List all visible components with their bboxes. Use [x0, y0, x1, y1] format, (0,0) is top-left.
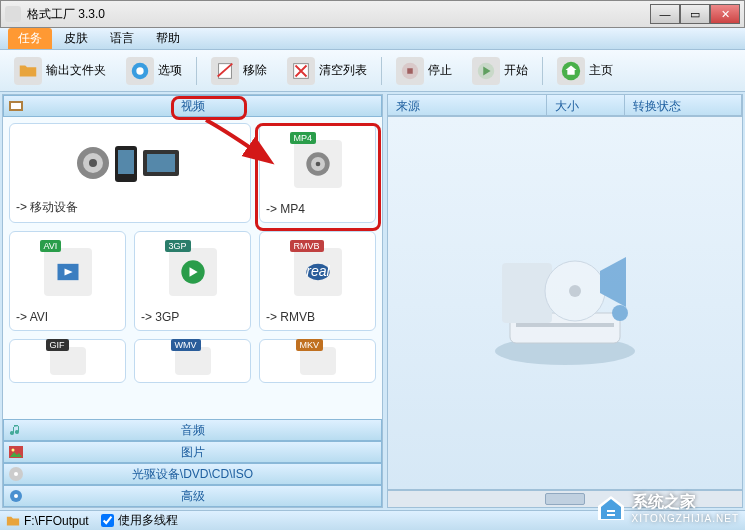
section-video-label: 视频: [181, 98, 205, 115]
toolbar-separator: [381, 57, 382, 85]
scrollbar-thumb[interactable]: [545, 493, 585, 505]
task-list[interactable]: [387, 116, 743, 490]
window-title: 格式工厂 3.3.0: [27, 6, 650, 23]
format-gif[interactable]: GIF: [9, 339, 126, 383]
avi-file-icon: AVI: [44, 248, 92, 296]
output-path-text: F:\FFOutput: [24, 514, 89, 528]
col-size[interactable]: 大小: [547, 95, 625, 115]
rmvb-tag: RMVB: [290, 240, 324, 252]
video-section-icon: [8, 98, 24, 114]
wmv-tag: WMV: [171, 339, 201, 351]
folder-small-icon: [6, 514, 20, 528]
menu-help[interactable]: 帮助: [146, 28, 190, 49]
format-rmvb[interactable]: RMVB real -> RMVB: [259, 231, 376, 331]
multithread-checkbox[interactable]: 使用多线程: [101, 512, 178, 529]
menu-skin[interactable]: 皮肤: [54, 28, 98, 49]
svg-point-24: [12, 449, 15, 452]
wmv-file-icon: WMV: [175, 347, 211, 375]
section-audio-label: 音频: [181, 422, 205, 439]
section-video[interactable]: 视频: [3, 95, 382, 117]
titlebar: 格式工厂 3.3.0 — ▭ ✕: [0, 0, 745, 28]
format-mp4[interactable]: MP4 -> MP4: [259, 123, 376, 223]
multithread-input[interactable]: [101, 514, 114, 527]
app-icon: [5, 6, 21, 22]
menu-language[interactable]: 语言: [100, 28, 144, 49]
home-label: 主页: [589, 62, 613, 79]
format-3gp[interactable]: 3GP -> 3GP: [134, 231, 251, 331]
toolbar: 输出文件夹 选项 移除 清空列表 停止 开始 主页: [0, 50, 745, 92]
section-audio[interactable]: 音频: [3, 419, 382, 441]
svg-rect-4: [407, 68, 413, 74]
gif-tag: GIF: [46, 339, 69, 351]
home-icon: [557, 57, 585, 85]
close-button[interactable]: ✕: [710, 4, 740, 24]
mobile-devices-icon: [75, 138, 185, 188]
output-folder-label: 输出文件夹: [46, 62, 106, 79]
section-picture[interactable]: 图片: [3, 441, 382, 463]
clear-icon: [287, 57, 315, 85]
start-label: 开始: [504, 62, 528, 79]
3gp-tag: 3GP: [165, 240, 191, 252]
svg-rect-15: [147, 154, 175, 172]
format-wmv[interactable]: WMV: [134, 339, 251, 383]
minimize-button[interactable]: —: [650, 4, 680, 24]
watermark-url: XITONGZHIJIA.NET: [632, 513, 740, 524]
stop-button[interactable]: 停止: [390, 54, 458, 88]
audio-section-icon: [8, 422, 24, 438]
format-avi-label: -> AVI: [16, 310, 119, 324]
video-grid: -> 移动设备 MP4 -> MP4 AVI: [3, 117, 382, 419]
stop-icon: [396, 57, 424, 85]
start-button[interactable]: 开始: [466, 54, 534, 88]
mkv-file-icon: MKV: [300, 347, 336, 375]
clear-button[interactable]: 清空列表: [281, 54, 373, 88]
svg-rect-35: [516, 323, 614, 327]
output-folder-button[interactable]: 输出文件夹: [8, 54, 112, 88]
format-avi[interactable]: AVI -> AVI: [9, 231, 126, 331]
col-status[interactable]: 转换状态: [625, 95, 742, 115]
mp4-file-icon: MP4: [294, 140, 342, 188]
right-panel: 来源 大小 转换状态: [387, 94, 743, 508]
svg-point-33: [569, 285, 581, 297]
section-disc[interactable]: 光驱设备\DVD\CD\ISO: [3, 463, 382, 485]
placeholder-art-icon: [480, 233, 650, 373]
svg-text:real: real: [306, 263, 330, 279]
format-rmvb-label: -> RMVB: [266, 310, 369, 324]
folder-icon: [14, 57, 42, 85]
watermark: 系统之家 XITONGZHIJIA.NET: [596, 492, 740, 524]
svg-rect-13: [118, 150, 134, 174]
picture-section-icon: [8, 444, 24, 460]
home-button[interactable]: 主页: [551, 54, 619, 88]
format-3gp-label: -> 3GP: [141, 310, 244, 324]
svg-rect-8: [11, 103, 21, 109]
remove-icon: [211, 57, 239, 85]
svg-point-28: [14, 494, 18, 498]
section-advanced[interactable]: 高级: [3, 485, 382, 507]
maximize-button[interactable]: ▭: [680, 4, 710, 24]
options-icon: [126, 57, 154, 85]
window-controls: — ▭ ✕: [650, 4, 740, 24]
options-label: 选项: [158, 62, 182, 79]
gif-file-icon: GIF: [50, 347, 86, 375]
format-mobile[interactable]: -> 移动设备: [9, 123, 251, 223]
format-mkv[interactable]: MKV: [259, 339, 376, 383]
mkv-tag: MKV: [296, 339, 324, 351]
section-picture-label: 图片: [181, 444, 205, 461]
advanced-section-icon: [8, 488, 24, 504]
mp4-tag: MP4: [290, 132, 317, 144]
multithread-label: 使用多线程: [118, 512, 178, 529]
watermark-logo-icon: [596, 494, 626, 522]
stop-label: 停止: [428, 62, 452, 79]
remove-button[interactable]: 移除: [205, 54, 273, 88]
col-source[interactable]: 来源: [388, 95, 547, 115]
avi-tag: AVI: [40, 240, 62, 252]
menu-task[interactable]: 任务: [8, 28, 52, 49]
main-area: 视频 -> 移动设备 MP4: [0, 92, 745, 510]
section-advanced-label: 高级: [181, 488, 205, 505]
output-path-item[interactable]: F:\FFOutput: [6, 514, 89, 528]
options-button[interactable]: 选项: [120, 54, 188, 88]
left-panel: 视频 -> 移动设备 MP4: [2, 94, 383, 508]
list-header: 来源 大小 转换状态: [387, 94, 743, 116]
svg-point-11: [89, 159, 97, 167]
svg-rect-31: [502, 263, 552, 323]
svg-rect-36: [607, 510, 615, 512]
